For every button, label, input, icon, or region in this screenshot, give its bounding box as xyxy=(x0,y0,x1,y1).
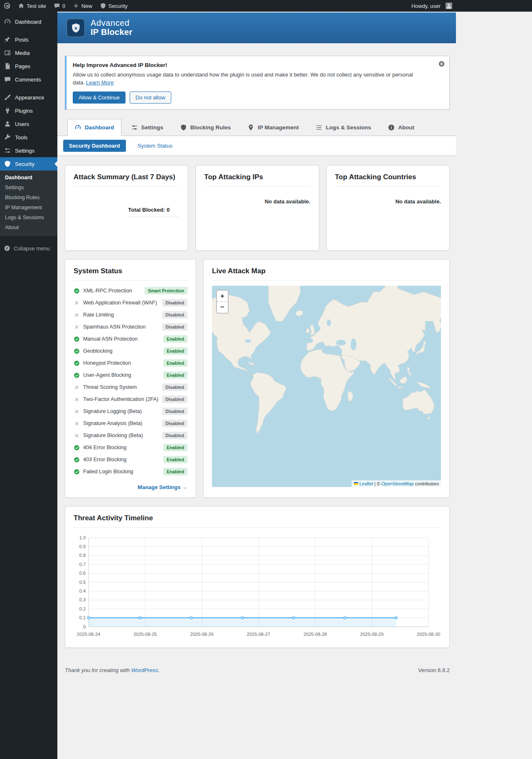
ukraine-flag-icon xyxy=(354,482,358,485)
svg-text:0.2: 0.2 xyxy=(79,606,86,611)
x-icon xyxy=(74,384,80,391)
status-badge: Disabled xyxy=(162,396,187,403)
sidebar-item-appearance[interactable]: Appearance xyxy=(0,91,57,104)
card-title: Live Attack Map xyxy=(212,267,441,281)
x-icon xyxy=(74,420,80,427)
map-container: + − Leaflet | © OpenStreetMap contributo… xyxy=(212,286,441,487)
tab-about[interactable]: About xyxy=(381,119,421,136)
status-row-signature-blocking-beta: Signature Blocking (Beta)Disabled xyxy=(74,430,187,442)
x-icon xyxy=(74,433,80,439)
status-row-signature-logging-beta: Signature Logging (Beta)Disabled xyxy=(74,405,187,418)
security-submenu: DashboardSettingsBlocking RulesIP Manage… xyxy=(0,171,57,236)
learn-more-link[interactable]: Learn More xyxy=(86,79,113,86)
sidebar-item-posts[interactable]: Posts xyxy=(0,33,57,46)
sidebar-item-settings[interactable]: Settings xyxy=(0,144,57,157)
sidebar-item-pages[interactable]: Pages xyxy=(0,59,57,73)
card-title: System Status xyxy=(74,267,187,281)
sidebar-item-media[interactable]: Media xyxy=(0,46,57,59)
shield-icon xyxy=(4,160,11,168)
admin-menu: DashboardPostsMediaPagesCommentsAppearan… xyxy=(0,15,57,236)
site-name-link[interactable]: Test site xyxy=(14,0,50,12)
status-badge: Smart Protection xyxy=(145,287,187,294)
sidebar-subitem-about[interactable]: About xyxy=(0,223,57,232)
sidebar-subitem-blocking-rules[interactable]: Blocking Rules xyxy=(0,193,57,203)
svg-text:0.5: 0.5 xyxy=(79,579,86,584)
comment-bubble-icon xyxy=(54,2,60,9)
check-circle-icon xyxy=(74,469,80,475)
sidebar-item-security[interactable]: Security xyxy=(0,157,57,171)
status-badge: Disabled xyxy=(162,383,187,391)
x-icon xyxy=(74,300,80,306)
subnav-security-dashboard[interactable]: Security Dashboard xyxy=(63,140,126,152)
leaflet-link[interactable]: Leaflet xyxy=(360,481,373,486)
sliders-icon xyxy=(131,124,138,131)
status-row-threat-scoring-system: Threat Scoring SystemDisabled xyxy=(74,381,187,393)
do-not-allow-button[interactable]: Do not allow xyxy=(130,91,171,104)
tab-blocking-rules[interactable]: Blocking Rules xyxy=(173,119,238,136)
sliders-icon xyxy=(4,147,11,154)
world-map[interactable] xyxy=(212,286,441,487)
security-adminbar-link[interactable]: Security xyxy=(96,0,131,12)
plug-icon xyxy=(4,107,11,114)
tab-settings[interactable]: Settings xyxy=(124,119,170,136)
openstreetmap-link[interactable]: OpenStreetMap xyxy=(382,481,414,486)
status-badge: Disabled xyxy=(162,323,187,331)
sidebar-subitem-logs-sessions[interactable]: Logs & Sessions xyxy=(0,213,57,223)
status-badge: Enabled xyxy=(163,468,187,475)
sidebar-subitem-ip-management[interactable]: IP Management xyxy=(0,203,57,213)
x-icon xyxy=(74,312,80,318)
svg-text:0.1: 0.1 xyxy=(79,615,86,620)
sidebar-item-comments[interactable]: Comments xyxy=(0,73,57,86)
tab-logs-sessions[interactable]: Logs & Sessions xyxy=(308,119,378,136)
subnav-system-status[interactable]: System Status xyxy=(138,143,172,149)
person-icon xyxy=(4,120,11,128)
check-circle-icon xyxy=(74,372,80,378)
howdy-menu[interactable]: Howdy, user xyxy=(408,2,456,9)
svg-text:2025-08-24: 2025-08-24 xyxy=(77,632,100,637)
check-circle-icon xyxy=(74,336,80,342)
manage-settings-link[interactable]: Manage Settings → xyxy=(138,484,187,490)
comment-icon xyxy=(4,76,11,83)
zoom-out-button[interactable]: − xyxy=(217,302,228,313)
collapse-menu-button[interactable]: Collapse menu xyxy=(0,241,57,255)
allow-continue-button[interactable]: Allow & Continue xyxy=(73,91,126,104)
dismiss-notice-button[interactable] xyxy=(438,60,445,67)
sidebar-item-plugins[interactable]: Plugins xyxy=(0,104,57,117)
plus-icon xyxy=(73,2,79,9)
status-row-xml-rpc-protection: XML-RPC ProtectionSmart Protection xyxy=(74,285,187,297)
svg-text:2025-08-27: 2025-08-27 xyxy=(247,632,270,637)
map-zoom-control: + − xyxy=(216,290,229,314)
location-icon xyxy=(247,124,254,131)
status-row-web-application-firewall-waf: Web Application Firewall (WAF)Disabled xyxy=(74,297,187,309)
status-row-manual-asn-protection: Manual ASN ProtectionEnabled xyxy=(74,333,187,345)
check-circle-icon xyxy=(74,445,80,451)
system-status-card: System Status XML-RPC ProtectionSmart Pr… xyxy=(65,259,196,498)
total-blocked: Total Blocked:0 xyxy=(128,207,180,217)
sidebar-subitem-settings[interactable]: Settings xyxy=(0,183,57,193)
svg-text:2025-08-28: 2025-08-28 xyxy=(303,632,327,637)
admin-sidebar: DashboardPostsMediaPagesCommentsAppearan… xyxy=(0,12,57,759)
status-badge: Enabled xyxy=(163,371,187,379)
status-row-failed-login-blocking: Failed Login BlockingEnabled xyxy=(74,466,187,478)
sidebar-item-tools[interactable]: Tools xyxy=(0,131,57,144)
new-content-link[interactable]: New xyxy=(69,0,96,12)
sidebar-item-users[interactable]: Users xyxy=(0,117,57,131)
card-title: Top Attacking Countries xyxy=(335,173,441,187)
wordpress-link[interactable]: WordPress xyxy=(131,667,158,673)
svg-text:2025-08-30: 2025-08-30 xyxy=(417,632,440,637)
svg-text:2025-08-29: 2025-08-29 xyxy=(360,632,384,637)
svg-text:0.3: 0.3 xyxy=(79,597,86,602)
gauge-icon xyxy=(74,124,81,131)
sidebar-subitem-dashboard[interactable]: Dashboard xyxy=(0,173,57,183)
card-title: Threat Activity Timeline xyxy=(74,514,441,528)
sidebar-item-dashboard[interactable]: Dashboard xyxy=(0,15,57,28)
shield-icon xyxy=(180,124,187,131)
tab-ip-management[interactable]: IP Management xyxy=(240,119,306,136)
wordpress-logo[interactable] xyxy=(0,0,14,12)
status-row-rate-limiting: Rate LimitingDisabled xyxy=(74,309,187,321)
zoom-in-button[interactable]: + xyxy=(217,291,228,302)
status-badge: Disabled xyxy=(162,432,187,439)
tab-dashboard[interactable]: Dashboard xyxy=(67,119,121,136)
list-icon xyxy=(315,124,323,131)
comments-link[interactable]: 0 xyxy=(50,0,69,12)
